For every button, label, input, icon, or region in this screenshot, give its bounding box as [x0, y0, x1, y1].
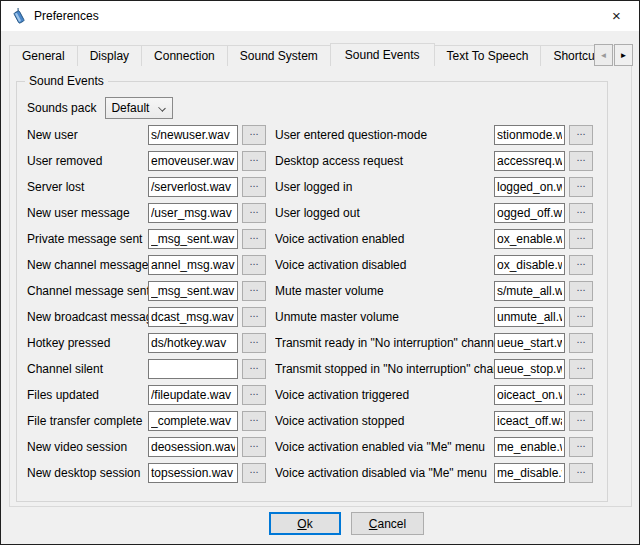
event-row: User logged in...	[275, 174, 593, 200]
event-sound-file-input[interactable]	[494, 333, 565, 353]
event-sound-file-input[interactable]	[494, 281, 565, 301]
event-sound-file-input[interactable]	[148, 385, 238, 405]
event-sound-file-input[interactable]	[494, 151, 565, 171]
event-row: New channel message...	[27, 252, 266, 278]
browse-button[interactable]: ...	[569, 203, 593, 223]
event-sound-file-input[interactable]	[494, 385, 565, 405]
tab-text-to-speech[interactable]: Text To Speech	[434, 45, 542, 66]
event-sound-file-input[interactable]	[148, 177, 238, 197]
browse-button[interactable]: ...	[242, 151, 266, 171]
browse-button[interactable]: ...	[242, 281, 266, 301]
event-sound-file-input[interactable]	[148, 463, 238, 483]
browse-button[interactable]: ...	[569, 281, 593, 301]
event-sound-file-input[interactable]	[494, 411, 565, 431]
browse-button[interactable]: ...	[569, 411, 593, 431]
event-sound-file-input[interactable]	[494, 255, 565, 275]
groupbox-title: Sound Events	[25, 74, 108, 88]
browse-button[interactable]: ...	[242, 385, 266, 405]
event-row: Voice activation disabled via "Me" menu.…	[275, 460, 593, 486]
event-sound-file-input[interactable]	[494, 177, 565, 197]
arrow-left-icon: ◄	[600, 51, 608, 60]
browse-button[interactable]: ...	[242, 255, 266, 275]
event-sound-file-input[interactable]	[494, 437, 565, 457]
event-sound-file-input[interactable]	[148, 255, 238, 275]
event-label: Unmute master volume	[275, 310, 494, 324]
tab-sound-system[interactable]: Sound System	[227, 45, 331, 66]
browse-button[interactable]: ...	[569, 333, 593, 353]
close-button[interactable]: ×	[594, 1, 639, 30]
browse-button[interactable]: ...	[242, 463, 266, 483]
event-sound-file-input[interactable]	[494, 359, 565, 379]
browse-button[interactable]: ...	[242, 359, 266, 379]
event-label: Desktop access request	[275, 154, 494, 168]
event-sound-file-input[interactable]	[494, 203, 565, 223]
tab-scroll-right-button[interactable]: ►	[614, 44, 633, 66]
event-row: User entered question-mode...	[275, 122, 593, 148]
browse-button[interactable]: ...	[569, 151, 593, 171]
app-icon	[10, 8, 27, 25]
browse-button[interactable]: ...	[242, 411, 266, 431]
browse-button[interactable]: ...	[569, 437, 593, 457]
ok-button[interactable]: Ok	[269, 512, 341, 535]
tab-connection[interactable]: Connection	[141, 45, 228, 66]
event-label: New channel message	[27, 258, 148, 272]
event-sound-file-input[interactable]	[494, 229, 565, 249]
event-row: Private message sent...	[27, 226, 266, 252]
browse-button[interactable]: ...	[569, 177, 593, 197]
browse-button[interactable]: ...	[569, 307, 593, 327]
event-row: File transfer complete...	[27, 408, 266, 434]
event-label: Transmit ready in "No interruption" chan…	[275, 336, 494, 350]
window-title: Preferences	[34, 9, 99, 23]
event-row: New user...	[27, 122, 266, 148]
browse-button[interactable]: ...	[569, 229, 593, 249]
event-row: New broadcast message...	[27, 304, 266, 330]
event-label: Files updated	[27, 388, 148, 402]
titlebar: Preferences ×	[1, 1, 639, 31]
event-sound-file-input[interactable]	[148, 437, 238, 457]
event-label: Mute master volume	[275, 284, 494, 298]
browse-button[interactable]: ...	[569, 125, 593, 145]
events-column-left: New user...User removed...Server lost...…	[27, 122, 266, 486]
event-label: Channel message sent	[27, 284, 148, 298]
browse-button[interactable]: ...	[242, 307, 266, 327]
event-sound-file-input[interactable]	[148, 359, 238, 379]
tab-scroll-left-button[interactable]: ◄	[594, 44, 613, 66]
event-sound-file-input[interactable]	[148, 151, 238, 171]
event-sound-file-input[interactable]	[148, 203, 238, 223]
event-sound-file-input[interactable]	[494, 307, 565, 327]
sounds-pack-label: Sounds pack	[27, 101, 96, 115]
event-row: Channel message sent...	[27, 278, 266, 304]
event-sound-file-input[interactable]	[148, 281, 238, 301]
event-label: Voice activation enabled	[275, 232, 494, 246]
event-sound-file-input[interactable]	[148, 307, 238, 327]
browse-button[interactable]: ...	[242, 203, 266, 223]
browse-button[interactable]: ...	[242, 177, 266, 197]
event-row: New user message...	[27, 200, 266, 226]
event-row: User removed...	[27, 148, 266, 174]
event-sound-file-input[interactable]	[148, 229, 238, 249]
browse-button[interactable]: ...	[569, 359, 593, 379]
browse-button[interactable]: ...	[242, 125, 266, 145]
event-row: User logged out...	[275, 200, 593, 226]
browse-button[interactable]: ...	[569, 463, 593, 483]
tab-bar: GeneralDisplayConnectionSound SystemSoun…	[9, 42, 633, 66]
sound-events-tab-page: Sound Events Sounds pack Default New use…	[9, 65, 632, 507]
event-row: Transmit ready in "No interruption" chan…	[275, 330, 593, 356]
sounds-pack-select[interactable]: Default	[105, 97, 173, 119]
browse-button[interactable]: ...	[242, 229, 266, 249]
tab-general[interactable]: General	[9, 45, 78, 66]
browse-button[interactable]: ...	[569, 255, 593, 275]
event-sound-file-input[interactable]	[148, 125, 238, 145]
event-sound-file-input[interactable]	[148, 411, 238, 431]
browse-button[interactable]: ...	[242, 437, 266, 457]
browse-button[interactable]: ...	[242, 333, 266, 353]
tab-sound-events[interactable]: Sound Events	[330, 43, 435, 66]
cancel-button[interactable]: Cancel	[351, 512, 424, 535]
event-label: New video session	[27, 440, 148, 454]
tab-display[interactable]: Display	[77, 45, 142, 66]
event-sound-file-input[interactable]	[494, 125, 565, 145]
event-row: Desktop access request...	[275, 148, 593, 174]
event-sound-file-input[interactable]	[494, 463, 565, 483]
browse-button[interactable]: ...	[569, 385, 593, 405]
event-sound-file-input[interactable]	[148, 333, 238, 353]
